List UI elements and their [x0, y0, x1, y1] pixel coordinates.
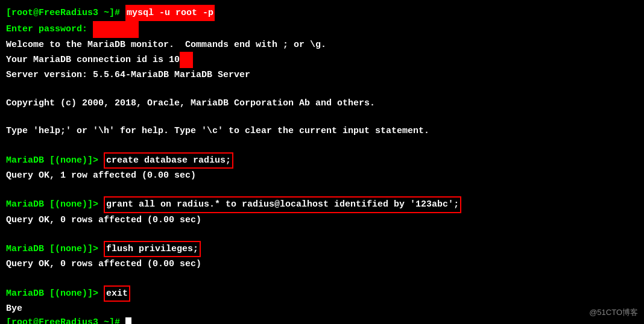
terminal-line-20: MariaDB [(none)]> exit [6, 285, 638, 302]
mariadb-prompt-2: MariaDB [(none)]> [6, 198, 104, 211]
cmd-mysql: mysql -u root -p [125, 5, 215, 21]
conn-id-end [180, 52, 193, 68]
copyright: Copyright (c) 2000, 2018, Oracle, MariaD… [6, 96, 375, 110]
prompt-final: [root@FreeRadius3 ~]# [6, 316, 125, 324]
query-ok-1: Query OK, 1 row affected (0.00 sec) [6, 169, 196, 182]
server-version: Server version: 5.5.64-MariaDB MariaDB S… [6, 68, 250, 82]
query-ok-2: Query OK, 0 rows affected (0.00 sec) [6, 213, 201, 227]
cmd-exit: exit [104, 285, 130, 302]
password-input-shown [93, 21, 139, 37]
enter-password-label: Enter password: [6, 22, 93, 36]
cmd-grant: grant all on radius.* to radius@localhos… [104, 196, 461, 213]
terminal-cursor [125, 317, 131, 324]
terminal-line-10 [6, 138, 638, 152]
terminal-line-12: Query OK, 1 row affected (0.00 sec) [6, 169, 638, 182]
terminal-line-13 [6, 182, 638, 196]
terminal-line-14: MariaDB [(none)]> grant all on radius.* … [6, 196, 638, 213]
terminal-line-6 [6, 82, 638, 96]
terminal-line-7: Copyright (c) 2000, 2018, Oracle, MariaD… [6, 96, 638, 110]
terminal-line-18: Query OK, 0 rows affected (0.00 sec) [6, 257, 638, 271]
mariadb-prompt-1: MariaDB [(none)]> [6, 154, 104, 167]
terminal-line-17: MariaDB [(none)]> flush privileges; [6, 241, 638, 257]
terminal-line-5: Server version: 5.5.64-MariaDB MariaDB S… [6, 68, 638, 82]
terminal-line-19 [6, 272, 638, 285]
terminal-line-2: Enter password: [6, 21, 638, 37]
terminal-line-8 [6, 110, 638, 124]
cmd-flush: flush privileges; [104, 241, 201, 257]
terminal-line-9: Type 'help;' or '\h' for help. Type '\c'… [6, 124, 638, 138]
watermark: @51CTO博客 [589, 307, 638, 318]
mariadb-prompt-3: MariaDB [(none)]> [6, 242, 104, 256]
terminal-line-22: [root@FreeRadius3 ~]# [6, 316, 638, 324]
welcome-msg: Welcome to the MariaDB monitor. Commands… [6, 38, 326, 52]
terminal-line-3: Welcome to the MariaDB monitor. Commands… [6, 38, 638, 52]
prompt-1: [root@FreeRadius3 ~]# [6, 6, 125, 20]
terminal: [root@FreeRadius3 ~]# mysql -u root -p E… [0, 0, 644, 324]
terminal-line-21: Bye [6, 302, 638, 316]
type-help: Type 'help;' or '\h' for help. Type '\c'… [6, 124, 429, 138]
terminal-line-15: Query OK, 0 rows affected (0.00 sec) [6, 213, 638, 227]
terminal-line-1: [root@FreeRadius3 ~]# mysql -u root -p [6, 5, 638, 21]
cmd-create-db: create database radius; [104, 152, 233, 169]
mariadb-prompt-4: MariaDB [(none)]> [6, 287, 104, 301]
terminal-line-4: Your MariaDB connection id is 10 [6, 52, 638, 68]
terminal-line-11: MariaDB [(none)]> create database radius… [6, 152, 638, 169]
connection-id: Your MariaDB connection id is 10 [6, 53, 180, 67]
bye-msg: Bye [6, 302, 22, 316]
query-ok-3: Query OK, 0 rows affected (0.00 sec) [6, 257, 201, 271]
terminal-line-16 [6, 227, 638, 241]
